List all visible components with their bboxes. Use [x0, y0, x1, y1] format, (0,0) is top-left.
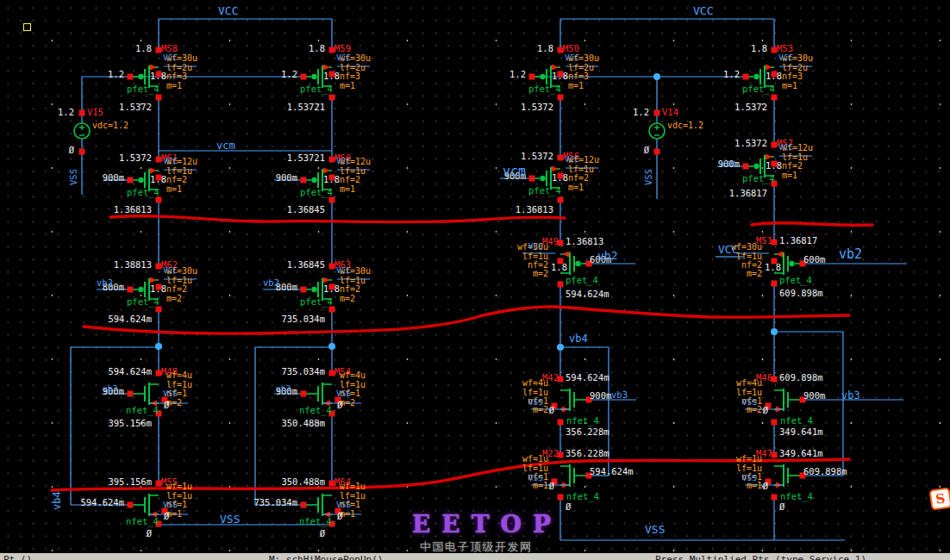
device-param-label[interactable]: m=1	[782, 82, 797, 90]
device-param-label[interactable]: lf=1u	[736, 389, 762, 397]
device-param-label[interactable]: nf=3	[782, 72, 803, 81]
junction-dot[interactable]	[155, 343, 162, 350]
bulk-net-label[interactable]: VCC	[528, 242, 543, 251]
bulk-net-label[interactable]: VSS	[163, 501, 178, 509]
net-name-label[interactable]: VCC	[218, 5, 238, 16]
pin-square[interactable]	[329, 95, 335, 101]
model-label[interactable]: pfet_4	[300, 297, 333, 307]
model-label[interactable]: nfet_4	[126, 406, 159, 415]
pin-square[interactable]	[128, 74, 134, 80]
device-param-label[interactable]: m=2	[166, 295, 182, 303]
pin-square[interactable]	[301, 74, 307, 80]
net-name-label[interactable]: vb4	[569, 333, 588, 344]
bulk-net-label[interactable]: VSS	[742, 474, 757, 482]
device-param-label[interactable]: m=2	[747, 406, 762, 414]
device-param-label[interactable]: m=1	[166, 185, 182, 194]
pin-square[interactable]	[654, 149, 660, 155]
junction-dot[interactable]	[653, 73, 660, 80]
model-label[interactable]: pfet_4	[566, 276, 598, 285]
bulk-net-label[interactable]: VSS	[336, 501, 351, 509]
junction-dot[interactable]	[557, 344, 564, 351]
device-param-label[interactable]: m=2	[533, 406, 548, 414]
pin-square[interactable]	[128, 502, 134, 508]
device-param-label[interactable]: wf=1u	[736, 455, 762, 464]
bulk-net-label[interactable]: VCC	[163, 53, 178, 62]
device-param-label[interactable]: lf=1u	[340, 492, 366, 501]
source-param-label[interactable]: vdc=1.2	[92, 121, 128, 130]
pin-square[interactable]	[529, 74, 535, 80]
bulk-net-label[interactable]: VCC	[163, 157, 178, 165]
device-param-label[interactable]: lf=1u	[522, 464, 548, 473]
device-param-label[interactable]: nf=3	[166, 72, 187, 81]
pin-square[interactable]	[558, 95, 564, 101]
device-param-label[interactable]: lf=1u	[340, 277, 366, 285]
pin-square[interactable]	[301, 391, 307, 397]
model-label[interactable]: pfet_4	[127, 297, 159, 307]
net-name-label[interactable]: VSS	[645, 524, 665, 535]
pin-square[interactable]	[156, 307, 162, 313]
net-name-label[interactable]: VCC	[693, 5, 713, 16]
annotation-stroke-red[interactable]	[84, 307, 849, 333]
device-param-label[interactable]: lf=1u	[736, 252, 762, 261]
model-label[interactable]: pfet_4	[779, 276, 812, 285]
model-label[interactable]: nfet_4	[566, 492, 599, 501]
pin-square[interactable]	[79, 149, 85, 155]
device-name-label[interactable]: M59	[334, 44, 351, 53]
device-param-label[interactable]: nf=2	[166, 176, 187, 184]
device-param-label[interactable]: lf=1u	[568, 165, 594, 174]
net-name-label[interactable]: vb3	[276, 384, 291, 393]
bulk-net-label[interactable]: VCC	[718, 244, 738, 255]
model-label[interactable]: nfet_4	[566, 416, 599, 426]
bulk-net-label[interactable]: VCC	[778, 53, 793, 62]
bulk-net-label[interactable]: VSS	[528, 474, 543, 482]
device-param-label[interactable]: lf=1u	[166, 492, 192, 501]
device-param-label[interactable]: m=1	[340, 82, 355, 90]
source-name-label[interactable]: V14	[662, 108, 678, 117]
device-param-label[interactable]: nf=3	[340, 72, 360, 81]
pin-square[interactable]	[128, 391, 134, 397]
device-param-label[interactable]: wf=4u	[340, 371, 366, 380]
pin-square[interactable]	[529, 176, 535, 182]
model-label[interactable]: pfet_4	[300, 188, 333, 197]
model-label[interactable]: nfet_4	[299, 406, 332, 415]
device-param-label[interactable]: lf=1u	[166, 381, 192, 389]
bulk-net-label[interactable]: VSS	[742, 398, 757, 407]
pin-square[interactable]	[329, 197, 335, 203]
device-param-label[interactable]: m=2	[747, 270, 762, 278]
net-name-label[interactable]: vb2	[839, 248, 862, 261]
pin-square[interactable]	[558, 420, 564, 426]
net-name-label[interactable]: vcm	[503, 165, 526, 178]
device-name-label[interactable]: M58	[161, 44, 178, 53]
net-name-label[interactable]: vb3	[103, 384, 117, 393]
device-param-label[interactable]: lf=2u	[782, 64, 808, 72]
pin-square[interactable]	[301, 177, 307, 184]
model-label[interactable]: nfet_4	[780, 416, 813, 426]
source-param-label[interactable]: vdc=1.2	[667, 121, 703, 130]
net-name-label[interactable]: VSS	[220, 513, 240, 525]
device-param-label[interactable]: lf=2u	[568, 64, 594, 72]
device-param-label[interactable]: m=1	[340, 185, 355, 194]
net-name-label[interactable]: vb4	[52, 491, 62, 510]
net-name-label[interactable]: vb2	[263, 278, 279, 288]
device-param-label[interactable]: nf=2	[340, 285, 360, 294]
device-name-label[interactable]: M53	[777, 44, 793, 53]
net-name-label[interactable]: vb3	[611, 390, 628, 400]
model-label[interactable]: nfet_4	[299, 517, 332, 526]
model-label[interactable]: pfet_4	[528, 84, 561, 94]
net-name-label[interactable]: VSS	[644, 169, 653, 185]
model-label[interactable]: pfet_4	[742, 174, 775, 184]
bulk-net-label[interactable]: VCC	[336, 266, 351, 275]
pin-square[interactable]	[128, 287, 134, 293]
net-name-label[interactable]: vb2	[597, 250, 617, 261]
device-param-label[interactable]: m=1	[568, 184, 584, 192]
device-param-label[interactable]: nf=3	[568, 72, 589, 81]
net-name-label[interactable]: vb3	[841, 390, 860, 401]
junction-dot[interactable]	[328, 343, 335, 350]
device-param-label[interactable]: m=1	[782, 171, 797, 180]
pin-square[interactable]	[654, 110, 660, 116]
net-name-label[interactable]: vb2	[97, 278, 113, 288]
bulk-net-label[interactable]: VSS	[336, 389, 351, 398]
bulk-net-label[interactable]: VCC	[565, 155, 579, 164]
annotation-stroke-red[interactable]	[110, 216, 565, 222]
device-param-label[interactable]: m=2	[533, 270, 548, 278]
